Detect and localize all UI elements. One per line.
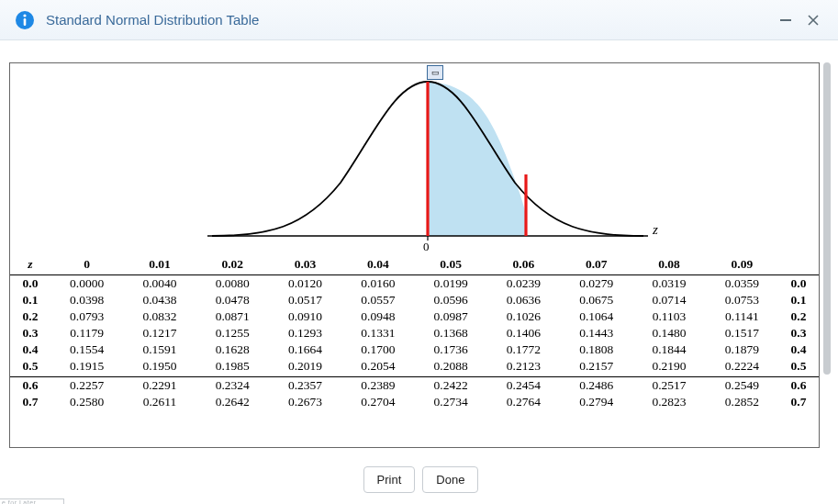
z-table-cell: 0.0753 [706, 292, 778, 308]
z-table-cell: 0.1985 [196, 358, 269, 377]
z-row-label-right: 0.2 [778, 308, 819, 325]
axis-label-z: z [653, 222, 658, 238]
z-table-cell: 0.1628 [196, 342, 269, 358]
z-table-cell: 0.0596 [414, 292, 486, 308]
z-table-cell: 0.0478 [196, 292, 269, 308]
z-table-cell: 0.0000 [50, 275, 123, 293]
z-table-cell: 0.0359 [706, 275, 778, 293]
z-table-header-cell: 0.06 [487, 256, 560, 275]
done-button[interactable]: Done [422, 466, 478, 493]
z-table-cell: 0.1443 [560, 325, 632, 342]
z-row-label: 0.3 [10, 325, 50, 342]
z-table-cell: 0.2764 [487, 394, 560, 410]
close-button[interactable] [803, 10, 823, 30]
z-table-cell: 0.2324 [196, 377, 269, 395]
footer-buttons: Print Done [9, 466, 832, 493]
z-table-cell: 0.0040 [123, 275, 196, 293]
z-row-label: 0.0 [10, 275, 50, 293]
z-table-header-cell: 0.04 [341, 256, 414, 275]
print-button[interactable]: Print [363, 466, 416, 493]
z-table-cell: 0.2422 [414, 377, 486, 395]
z-table-cell: 0.1700 [341, 342, 414, 358]
z-table-cell: 0.2291 [123, 377, 196, 395]
z-row-label-right: 0.4 [778, 342, 819, 358]
z-table-cell: 0.2157 [560, 358, 632, 377]
z-table-cell: 0.1950 [123, 358, 196, 377]
z-table: z00.010.020.030.040.050.060.070.080.09 0… [10, 256, 819, 410]
z-table-cell: 0.2611 [123, 394, 196, 410]
z-table-cell: 0.0675 [560, 292, 632, 308]
svg-rect-1 [24, 18, 27, 26]
z-table-cell: 0.2054 [341, 358, 414, 377]
z-table-cell: 0.2123 [487, 358, 560, 377]
z-table-cell: 0.0987 [414, 308, 486, 325]
svg-point-2 [23, 14, 26, 17]
z-table-cell: 0.0080 [196, 275, 269, 293]
z-table-cell: 0.1844 [632, 342, 705, 358]
z-row-label-right: 0.7 [778, 394, 819, 410]
z-row-label-right: 0.5 [778, 358, 819, 377]
z-table-cell: 0.0239 [487, 275, 560, 293]
scrollbar-thumb[interactable] [823, 62, 831, 375]
z-row-label-right: 0.6 [778, 377, 819, 395]
z-table-cell: 0.0636 [487, 292, 560, 308]
z-table-header-cell: 0.05 [414, 256, 486, 275]
z-table-cell: 0.2794 [560, 394, 632, 410]
table-row: 0.50.19150.19500.19850.20190.20540.20880… [10, 358, 819, 377]
minimize-button[interactable] [776, 10, 796, 30]
table-row: 0.20.07930.08320.08710.09100.09480.09870… [10, 308, 819, 325]
z-table-cell: 0.0279 [560, 275, 632, 293]
z-table-cell: 0.2257 [50, 377, 123, 395]
z-table-cell: 0.0793 [50, 308, 123, 325]
z-table-cell: 0.2549 [706, 377, 778, 395]
z-table-header-cell: 0 [50, 256, 123, 275]
titlebar: Standard Normal Distribution Table [0, 0, 838, 40]
z-table-cell: 0.2224 [706, 358, 778, 377]
z-row-label-right: 0.0 [778, 275, 819, 293]
axis-tick-zero: 0 [423, 240, 430, 254]
z-table-cell: 0.1026 [487, 308, 560, 325]
z-table-cell: 0.2673 [269, 394, 341, 410]
z-table-cell: 0.0871 [196, 308, 269, 325]
z-table-cell: 0.0910 [269, 308, 341, 325]
z-table-cell: 0.2580 [50, 394, 123, 410]
z-table-cell: 0.2517 [632, 377, 705, 395]
z-table-cell: 0.1064 [560, 308, 632, 325]
z-table-cell: 0.2642 [196, 394, 269, 410]
z-row-label: 0.6 [10, 377, 50, 395]
table-row: 0.60.22570.22910.23240.23570.23890.24220… [10, 377, 819, 395]
z-table-cell: 0.1664 [269, 342, 341, 358]
table-row: 0.30.11790.12170.12550.12930.13310.13680… [10, 325, 819, 342]
z-row-label: 0.2 [10, 308, 50, 325]
dialog-window: Standard Normal Distribution Table [0, 0, 838, 504]
z-table-cell: 0.2823 [632, 394, 705, 410]
z-table-cell: 0.1217 [123, 325, 196, 342]
content-viewport: ▭ z 0 z00.010.020.030.040.050.060.070.08… [9, 62, 820, 448]
z-table-cell: 0.2190 [632, 358, 705, 377]
z-table-cell: 0.0948 [341, 308, 414, 325]
z-table-cell: 0.1879 [706, 342, 778, 358]
z-table-cell: 0.1293 [269, 325, 341, 342]
z-table-cell: 0.2486 [560, 377, 632, 395]
z-table-cell: 0.1255 [196, 325, 269, 342]
z-table-cell: 0.2852 [706, 394, 778, 410]
z-row-label-right: 0.3 [778, 325, 819, 342]
z-row-label: 0.7 [10, 394, 50, 410]
z-table-header-cell: 0.03 [269, 256, 341, 275]
z-table-cell: 0.0120 [269, 275, 341, 293]
z-table-header-cell: 0.08 [632, 256, 705, 275]
z-table-cell: 0.1591 [123, 342, 196, 358]
z-table-cell: 0.0199 [414, 275, 486, 293]
z-row-label: 0.4 [10, 342, 50, 358]
z-table-cell: 0.1331 [341, 325, 414, 342]
z-table-header-cell: z [10, 256, 50, 275]
z-table-cell: 0.1406 [487, 325, 560, 342]
z-table-header-row: z00.010.020.030.040.050.060.070.080.09 [10, 256, 819, 275]
z-table-cell: 0.2454 [487, 377, 560, 395]
vertical-scrollbar[interactable] [821, 62, 832, 448]
client-area: ▭ z 0 z00.010.020.030.040.050.060.070.08… [0, 40, 838, 504]
z-table-cell: 0.1179 [50, 325, 123, 342]
z-table-body: 0.00.00000.00400.00800.01200.01600.01990… [10, 275, 819, 411]
chart-resize-handle-icon[interactable]: ▭ [427, 65, 443, 80]
table-row: 0.70.25800.26110.26420.26730.27040.27340… [10, 394, 819, 410]
